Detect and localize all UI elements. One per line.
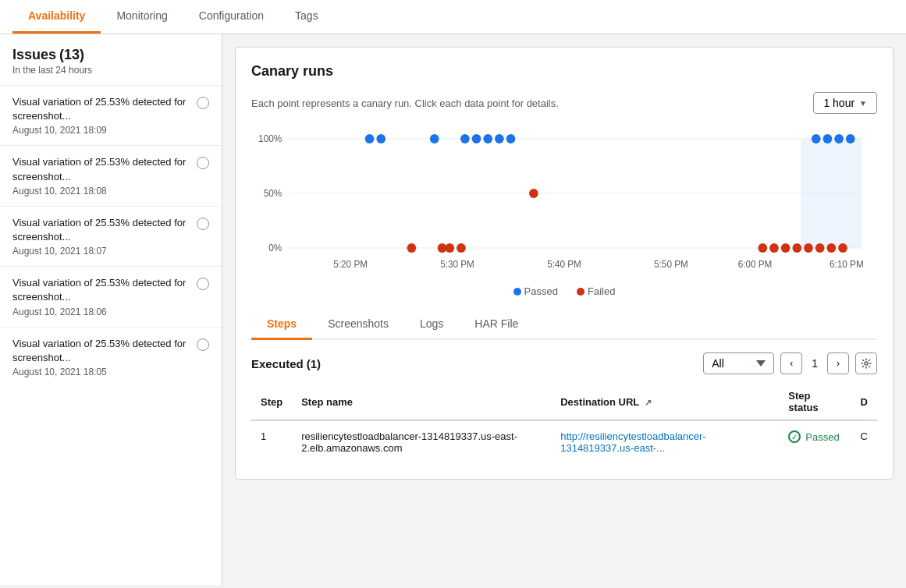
section-tabs: Steps Screenshots Logs HAR File [251,310,877,340]
sidebar-item-radio-3[interactable] [197,278,209,290]
chart-description: Each point represents a canary run. Clic… [251,97,559,109]
sidebar-item-2[interactable]: Visual variation of 25.53% detected for … [0,206,222,266]
sidebar-item-title-1: Visual variation of 25.53% detected for … [12,155,190,183]
passed-dot-icon [513,288,521,296]
sidebar-item-radio-0[interactable] [197,97,209,109]
sidebar-item-title-3: Visual variation of 25.53% detected for … [12,276,190,304]
svg-point-24 [834,134,844,143]
sidebar-item-title-2: Visual variation of 25.53% detected for … [12,216,190,244]
canary-runs-title: Canary runs [251,63,877,80]
sidebar: Issues (13) In the last 24 hours Visual … [0,34,222,585]
svg-point-32 [769,243,779,253]
main-content: Canary runs Each point represents a cana… [222,34,906,585]
svg-point-23 [823,134,833,143]
legend-passed-label: Passed [524,285,558,297]
tab-har-file[interactable]: HAR File [459,310,534,340]
status-label-0: Passed [805,431,839,443]
tab-availability[interactable]: Availability [12,0,101,34]
tab-screenshots[interactable]: Screenshots [312,310,404,340]
svg-point-27 [407,243,417,253]
svg-text:6:00 PM: 6:00 PM [738,259,773,270]
col-step-name: Step name [292,384,551,420]
sidebar-item-text-1: Visual variation of 25.53% detected for … [12,155,190,196]
status-passed-0: ✓ Passed [788,430,841,443]
svg-text:6:10 PM: 6:10 PM [830,259,864,270]
svg-point-16 [430,134,439,143]
sidebar-item-radio-4[interactable] [197,338,209,351]
cell-d-0: C [851,420,877,463]
gear-icon [861,358,872,369]
svg-point-17 [460,134,470,143]
table-row-0: 1 resiliencytestloadbalancer-1314819337.… [251,420,877,463]
tab-logs[interactable]: Logs [404,310,459,340]
cell-step-0: 1 [251,420,292,463]
steps-table-container: Step Step name Destination URL ↗ Step st… [251,384,877,463]
main-layout: Issues (13) In the last 24 hours Visual … [0,34,906,585]
svg-point-37 [826,243,836,253]
page-number: 1 [805,357,824,370]
sidebar-item-text-0: Visual variation of 25.53% detected for … [12,95,190,136]
tab-configuration[interactable]: Configuration [183,0,279,34]
tab-monitoring[interactable]: Monitoring [101,0,183,34]
sidebar-item-title-4: Visual variation of 25.53% detected for … [12,337,190,365]
cell-destination-url-0: http://resiliencytestloadbalancer-131481… [551,420,779,463]
sidebar-header: Issues (13) In the last 24 hours [0,34,222,79]
time-selector-label: 1 hour [823,97,854,109]
svg-point-21 [506,134,516,143]
canary-card: Canary runs Each point represents a cana… [235,47,894,480]
svg-point-26 [529,189,538,198]
svg-rect-0 [251,123,877,279]
col-destination-url: Destination URL ↗ [551,384,779,420]
steps-table: Step Step name Destination URL ↗ Step st… [251,384,877,463]
col-d: D [851,384,877,420]
cell-step-name-0: resiliencytestloadbalancer-1314819337.us… [292,420,551,463]
sidebar-item-date-3: August 10, 2021 18:06 [12,306,190,317]
settings-button[interactable] [855,352,877,374]
svg-point-35 [804,243,813,253]
sidebar-list: Visual variation of 25.53% detected for … [0,85,222,387]
svg-text:0%: 0% [268,243,282,253]
svg-point-20 [495,134,504,143]
tab-steps[interactable]: Steps [251,310,312,340]
executed-controls: All Passed Failed ‹ 1 › [703,352,877,374]
legend-failed-label: Failed [588,285,615,297]
svg-point-22 [812,134,821,143]
cell-step-status-0: ✓ Passed [779,420,851,463]
sidebar-item-4[interactable]: Visual variation of 25.53% detected for … [0,327,222,387]
svg-point-39 [865,362,868,365]
svg-point-30 [457,243,466,253]
svg-text:50%: 50% [264,188,282,199]
prev-page-button[interactable]: ‹ [780,352,802,374]
sidebar-item-date-0: August 10, 2021 18:09 [12,125,190,136]
sidebar-item-date-2: August 10, 2021 18:07 [12,246,190,257]
sidebar-item-text-3: Visual variation of 25.53% detected for … [12,276,190,317]
col-step: Step [251,384,292,420]
sidebar-item-date-1: August 10, 2021 18:08 [12,186,190,197]
sidebar-count: (13) [59,47,84,63]
executed-header: Executed (1) All Passed Failed ‹ 1 › [251,352,877,374]
executed-title: Executed [251,357,304,370]
sidebar-item-3[interactable]: Visual variation of 25.53% detected for … [0,266,222,326]
sidebar-item-1[interactable]: Visual variation of 25.53% detected for … [0,145,222,205]
filter-select[interactable]: All Passed Failed [703,352,774,374]
sidebar-item-date-4: August 10, 2021 18:05 [12,367,190,377]
sidebar-subtitle: In the last 24 hours [12,65,209,76]
sidebar-item-radio-2[interactable] [197,218,209,230]
svg-text:5:20 PM: 5:20 PM [333,259,368,270]
sidebar-item-text-4: Visual variation of 25.53% detected for … [12,337,190,377]
col-step-status: Step status [779,384,851,420]
page-navigation: ‹ 1 › [780,352,849,374]
top-navigation: Availability Monitoring Configuration Ta… [0,0,906,34]
sidebar-item-0[interactable]: Visual variation of 25.53% detected for … [0,85,222,145]
svg-text:5:40 PM: 5:40 PM [547,259,581,270]
canary-chart: 100% 50% 0% 5:20 PM 5:30 PM 5:40 PM 5:50… [251,123,877,279]
tab-tags[interactable]: Tags [279,0,334,34]
svg-point-18 [472,134,481,143]
legend-passed: Passed [513,285,558,297]
svg-point-31 [758,243,767,253]
time-selector-button[interactable]: 1 hour ▼ [813,92,877,114]
sidebar-item-radio-1[interactable] [197,157,209,169]
svg-point-29 [445,243,454,253]
next-page-button[interactable]: › [827,352,849,374]
destination-url-link-0[interactable]: http://resiliencytestloadbalancer-131481… [560,430,705,454]
